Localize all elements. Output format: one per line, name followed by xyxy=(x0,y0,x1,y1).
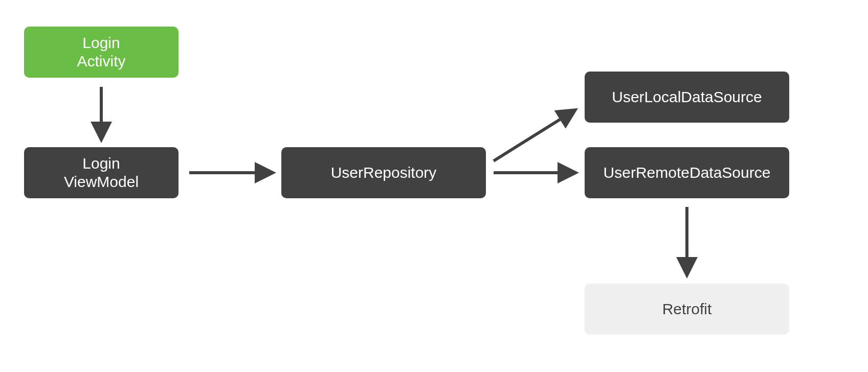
node-login-viewmodel: Login ViewModel xyxy=(24,147,179,198)
node-retrofit-label: Retrofit xyxy=(662,300,712,318)
node-user-remote-data-source: UserRemoteDataSource xyxy=(585,147,789,198)
node-user-local-data-source: UserLocalDataSource xyxy=(585,72,789,123)
node-user-local-data-source-label: UserLocalDataSource xyxy=(612,88,762,106)
node-user-repository: UserRepository xyxy=(281,147,486,198)
node-user-repository-label: UserRepository xyxy=(331,164,437,182)
node-retrofit: Retrofit xyxy=(585,284,789,335)
node-login-viewmodel-label: Login ViewModel xyxy=(64,154,139,191)
node-login-activity-label: Login Activity xyxy=(77,34,125,71)
arrow-user-repository-to-user-local-data-source xyxy=(494,111,573,161)
node-user-remote-data-source-label: UserRemoteDataSource xyxy=(604,164,771,182)
node-login-activity: Login Activity xyxy=(24,27,179,78)
